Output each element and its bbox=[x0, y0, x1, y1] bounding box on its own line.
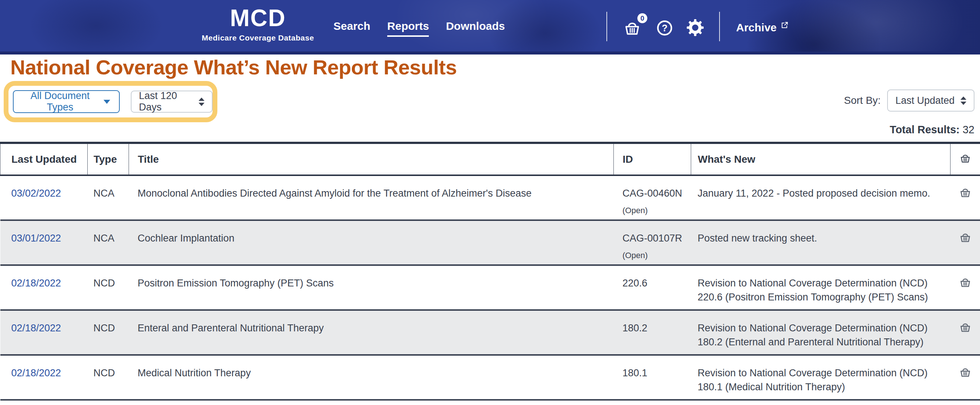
basket-icon bbox=[959, 366, 971, 378]
banner-bottom-strip bbox=[0, 52, 980, 54]
mcd-logo[interactable]: MCD Medicare Coverage Database bbox=[197, 6, 319, 42]
last-updated-link[interactable]: 03/02/2022 bbox=[11, 188, 61, 199]
type-cell: NCD bbox=[88, 355, 129, 400]
table-row: 02/18/2022 NCD Enteral and Parenteral Nu… bbox=[0, 310, 980, 355]
title-cell: Enteral and Parenteral Nutritional Thera… bbox=[129, 310, 614, 355]
basket-button[interactable]: 0 bbox=[624, 19, 641, 36]
last-updated-cell: 03/01/2022 bbox=[0, 220, 88, 265]
basket-icon bbox=[624, 19, 641, 36]
table-row: 02/18/2022 NCD Positron Emission Tomogra… bbox=[0, 265, 980, 310]
basket-icon bbox=[959, 276, 971, 288]
last-updated-cell: 03/02/2022 bbox=[0, 175, 88, 220]
up-down-arrows-icon bbox=[961, 97, 966, 105]
header-divider bbox=[606, 12, 607, 41]
basket-icon bbox=[960, 152, 971, 164]
title-cell: Monoclonal Antibodies Directed Against A… bbox=[129, 175, 614, 220]
help-icon: ? bbox=[657, 20, 673, 36]
nav-item-downloads[interactable]: Downloads bbox=[446, 20, 505, 35]
gear-icon bbox=[687, 19, 704, 36]
whats-new-cell: January 11, 2022 - Posted proposed decis… bbox=[691, 175, 951, 220]
last-updated-link[interactable]: 02/18/2022 bbox=[11, 322, 61, 334]
id-status: (Open) bbox=[623, 205, 691, 216]
nav-item-reports[interactable]: Reports bbox=[387, 20, 429, 37]
whats-new-cell: Revision to National Coverage Determinat… bbox=[691, 355, 951, 400]
id-cell: 180.2 bbox=[614, 310, 691, 355]
add-to-basket-button[interactable] bbox=[959, 186, 971, 198]
archive-link[interactable]: Archive bbox=[736, 21, 788, 34]
last-updated-link[interactable]: 03/01/2022 bbox=[11, 233, 61, 244]
table-row: 02/18/2022 NCD Medical Nutrition Therapy… bbox=[0, 355, 980, 400]
table-row: 03/02/2022 NCA Monoclonal Antibodies Dir… bbox=[0, 175, 980, 220]
col-header-whats-new: What's New bbox=[691, 143, 951, 175]
col-header-title: Title bbox=[129, 143, 614, 175]
type-cell: NCD bbox=[88, 310, 129, 355]
last-updated-link[interactable]: 02/18/2022 bbox=[11, 367, 61, 378]
sort-by-value: Last Updated bbox=[895, 95, 955, 106]
caret-down-icon bbox=[103, 100, 110, 104]
id-value: 220.6 bbox=[623, 278, 648, 289]
col-header-id: ID bbox=[614, 143, 691, 175]
add-to-basket-button[interactable] bbox=[959, 231, 971, 243]
basket-cell bbox=[951, 175, 980, 220]
add-to-basket-button[interactable] bbox=[959, 321, 971, 333]
document-type-value: All Document Types bbox=[22, 90, 98, 113]
whats-new-cell: Revision to National Coverage Determinat… bbox=[691, 265, 951, 310]
id-value: 180.1 bbox=[623, 367, 648, 378]
last-updated-cell: 02/18/2022 bbox=[0, 310, 88, 355]
results-table-body: 03/02/2022 NCA Monoclonal Antibodies Dir… bbox=[0, 175, 980, 400]
add-to-basket-button[interactable] bbox=[959, 276, 971, 288]
up-down-arrows-icon bbox=[199, 98, 204, 106]
header-divider bbox=[719, 12, 720, 41]
id-value: 180.2 bbox=[623, 322, 648, 334]
sort-by-select[interactable]: Last Updated bbox=[887, 89, 974, 111]
title-cell: Medical Nutrition Therapy bbox=[129, 355, 614, 400]
main-nav: Search Reports Downloads bbox=[333, 20, 505, 37]
basket-icon bbox=[959, 231, 971, 243]
top-banner: MCD Medicare Coverage Database Search Re… bbox=[0, 0, 980, 54]
last-updated-cell: 02/18/2022 bbox=[0, 265, 88, 310]
external-link-icon bbox=[781, 21, 788, 29]
id-value: CAG-00460N bbox=[623, 188, 682, 199]
logo-subtitle: Medicare Coverage Database bbox=[197, 33, 319, 42]
last-updated-link[interactable]: 02/18/2022 bbox=[11, 278, 61, 289]
help-button[interactable]: ? bbox=[657, 20, 673, 36]
id-cell: 220.6 bbox=[614, 265, 691, 310]
sort-area: Sort By: Last Updated bbox=[844, 89, 974, 111]
last-updated-cell: 02/18/2022 bbox=[0, 355, 88, 400]
filters-highlight-ring: All Document Types Last 120 Days bbox=[4, 81, 217, 122]
total-results-value: 32 bbox=[963, 124, 974, 135]
svg-text:?: ? bbox=[662, 23, 668, 33]
title-cell: Cochlear Implantation bbox=[129, 220, 614, 265]
type-cell: NCA bbox=[88, 175, 129, 220]
table-row: 03/01/2022 NCA Cochlear Implantation CAG… bbox=[0, 220, 980, 265]
results-table: Last Updated Type Title ID What's New 03… bbox=[0, 142, 980, 400]
id-cell: 180.1 bbox=[614, 355, 691, 400]
sort-by-label: Sort By: bbox=[844, 95, 881, 106]
id-cell: CAG-00460N (Open) bbox=[614, 175, 691, 220]
settings-button[interactable] bbox=[687, 19, 704, 36]
logo-title: MCD bbox=[197, 6, 319, 30]
basket-icon bbox=[959, 186, 971, 198]
date-range-select[interactable]: Last 120 Days bbox=[131, 91, 213, 113]
basket-cell bbox=[951, 220, 980, 265]
whats-new-cell: Revision to National Coverage Determinat… bbox=[691, 310, 951, 355]
type-cell: NCD bbox=[88, 265, 129, 310]
col-header-basket[interactable] bbox=[951, 143, 980, 175]
id-value: CAG-00107R bbox=[623, 233, 682, 244]
id-cell: CAG-00107R (Open) bbox=[614, 220, 691, 265]
nav-item-search[interactable]: Search bbox=[333, 20, 370, 35]
basket-cell bbox=[951, 355, 980, 400]
col-header-type: Type bbox=[88, 143, 129, 175]
date-range-value: Last 120 Days bbox=[139, 90, 192, 113]
archive-link-label: Archive bbox=[736, 21, 776, 34]
add-to-basket-button[interactable] bbox=[959, 366, 971, 378]
page-title: National Coverage What’s New Report Resu… bbox=[10, 55, 457, 79]
basket-cell bbox=[951, 265, 980, 310]
id-status: (Open) bbox=[623, 249, 691, 261]
table-header-row: Last Updated Type Title ID What's New bbox=[0, 143, 980, 175]
type-cell: NCA bbox=[88, 220, 129, 265]
document-type-dropdown[interactable]: All Document Types bbox=[13, 90, 120, 113]
total-results-label: Total Results: bbox=[890, 124, 960, 135]
title-cell: Positron Emission Tomography (PET) Scans bbox=[129, 265, 614, 310]
basket-cell bbox=[951, 310, 980, 355]
